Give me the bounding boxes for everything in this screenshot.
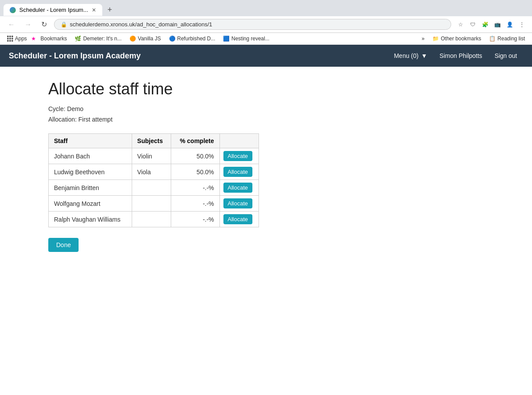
app-title: Scheduler - Lorem Ipsum Academy	[9, 51, 388, 61]
table-header-row: Staff Subjects % complete	[49, 134, 259, 148]
sign-out-button[interactable]: Sign out	[489, 49, 523, 63]
col-pct: % complete	[171, 134, 219, 148]
bookmarks-bar: Apps ★ Bookmarks 🌿 Demeter: It's n... 🟠 …	[0, 33, 532, 45]
menu-icon[interactable]: ⋮	[517, 20, 527, 29]
allocate-button[interactable]: Allocate	[223, 198, 252, 208]
table-row: Ralph Vaughan Williams-.-%Allocate	[49, 212, 259, 227]
apps-grid-icon	[7, 36, 13, 42]
staff-subjects: Viola	[132, 164, 171, 180]
bookmark-2-icon: 🌿	[75, 36, 81, 42]
col-subjects: Subjects	[132, 134, 171, 148]
menu-label: Menu (0)	[394, 52, 418, 59]
bookmark-2[interactable]: 🌿 Demeter: It's n...	[71, 35, 125, 43]
staff-pct: 50.0%	[171, 164, 219, 180]
bookmark-4-icon: 🔵	[169, 36, 176, 42]
bookmark-4-label: Refurbished D...	[177, 36, 216, 42]
bookmark-5-label: Nesting reveal...	[231, 36, 270, 42]
reading-list-label: Reading list	[497, 36, 525, 42]
allocation-value: First attempt	[78, 116, 112, 123]
staff-subjects: Violin	[132, 148, 171, 164]
bookmark-3-icon: 🟠	[129, 36, 136, 42]
tab-favicon	[10, 7, 16, 13]
extensions-icon[interactable]: 🧩	[480, 20, 490, 29]
app-nav: Scheduler - Lorem Ipsum Academy Menu (0)…	[0, 45, 532, 67]
staff-pct: -.-%	[171, 196, 219, 212]
tab-title: Scheduler - Lorem Ipsum...	[19, 7, 88, 13]
tab-close-icon[interactable]: ✕	[92, 7, 96, 13]
allocate-button[interactable]: Allocate	[223, 183, 252, 193]
allocate-button[interactable]: Allocate	[223, 151, 252, 161]
reading-list[interactable]: 📋 Reading list	[485, 35, 528, 43]
allocate-button[interactable]: Allocate	[223, 214, 252, 224]
active-tab[interactable]: Scheduler - Lorem Ipsum... ✕	[4, 4, 102, 16]
staff-action-cell: Allocate	[219, 164, 259, 180]
bookmark-3[interactable]: 🟠 Vanilla JS	[126, 35, 164, 43]
done-button[interactable]: Done	[48, 238, 79, 252]
staff-name: Wolfgang Mozart	[49, 196, 132, 212]
bookmark-2-label: Demeter: It's n...	[83, 36, 122, 42]
bookmarks-more[interactable]: »	[418, 35, 428, 43]
staff-subjects	[132, 196, 171, 212]
page-content: Allocate staff time Cycle: Demo Allocati…	[0, 67, 532, 339]
staff-name: Ludwig Beethoven	[49, 164, 132, 180]
staff-pct: 50.0%	[171, 148, 219, 164]
staff-action-cell: Allocate	[219, 212, 259, 227]
address-icons: ☆ 🛡 🧩 📺 👤 ⋮	[456, 20, 527, 29]
forward-button[interactable]: →	[22, 20, 34, 29]
staff-subjects	[132, 212, 171, 227]
staff-action-cell: Allocate	[219, 196, 259, 212]
allocate-button[interactable]: Allocate	[223, 167, 252, 177]
col-staff: Staff	[49, 134, 132, 148]
allocation-meta: Allocation: First attempt	[48, 116, 484, 123]
reading-list-icon: 📋	[489, 36, 496, 42]
address-bar: ← → ↻ 🔒 schedulerdemo.xronos.uk/ad_hoc_d…	[0, 16, 532, 33]
staff-name: Benjamin Britten	[49, 180, 132, 196]
staff-pct: -.-%	[171, 212, 219, 227]
menu-dropdown-icon: ▼	[421, 52, 427, 59]
page-title: Allocate staff time	[48, 80, 484, 98]
apps-bookmark[interactable]: Apps	[4, 35, 30, 43]
staff-action-cell: Allocate	[219, 180, 259, 196]
profile-icon[interactable]: 👤	[505, 20, 514, 29]
bookmark-1-label: Bookmarks	[40, 36, 67, 42]
tab-bar: Scheduler - Lorem Ipsum... ✕ +	[0, 0, 532, 16]
bookmark-1[interactable]: Bookmarks	[37, 35, 70, 43]
other-bookmarks[interactable]: 📁 Other bookmarks	[429, 35, 485, 43]
cycle-value: Demo	[67, 105, 83, 112]
table-row: Wolfgang Mozart-.-%Allocate	[49, 196, 259, 212]
staff-action-cell: Allocate	[219, 148, 259, 164]
menu-button[interactable]: Menu (0) ▼	[388, 49, 433, 63]
other-bookmarks-label: Other bookmarks	[441, 36, 481, 42]
user-name: Simon Philpotts	[433, 49, 488, 63]
staff-pct: -.-%	[171, 180, 219, 196]
bookmarks-more-label: »	[422, 36, 425, 42]
bookmark-4[interactable]: 🔵 Refurbished D...	[165, 35, 219, 43]
apps-label: Apps	[15, 36, 27, 42]
reload-button[interactable]: ↻	[39, 19, 50, 29]
table-row: Ludwig BeethovenViola50.0%Allocate	[49, 164, 259, 180]
bookmark-3-label: Vanilla JS	[138, 36, 161, 42]
col-action	[219, 134, 259, 148]
bookmarks-star-icon: ★	[31, 36, 36, 42]
bookmark-5-icon: 🟦	[223, 36, 230, 42]
lock-icon: 🔒	[61, 22, 67, 28]
staff-subjects	[132, 180, 171, 196]
staff-table: Staff Subjects % complete Johann BachVio…	[48, 133, 259, 227]
cast-icon[interactable]: 📺	[492, 20, 502, 29]
staff-name: Ralph Vaughan Williams	[49, 212, 132, 227]
table-row: Johann BachViolin50.0%Allocate	[49, 148, 259, 164]
star-icon[interactable]: ☆	[456, 20, 465, 29]
table-row: Benjamin Britten-.-%Allocate	[49, 180, 259, 196]
new-tab-button[interactable]: +	[104, 4, 116, 16]
cycle-meta: Cycle: Demo	[48, 105, 484, 112]
folder-icon: 📁	[432, 36, 439, 42]
url-bar[interactable]: 🔒 schedulerdemo.xronos.uk/ad_hoc_domain_…	[54, 19, 451, 30]
url-text: schedulerdemo.xronos.uk/ad_hoc_domain_al…	[70, 21, 212, 28]
allocation-label: Allocation:	[48, 116, 77, 123]
cycle-label: Cycle:	[48, 105, 65, 112]
bookmark-5[interactable]: 🟦 Nesting reveal...	[219, 35, 273, 43]
staff-name: Johann Bach	[49, 148, 132, 164]
extension-icon[interactable]: 🛡	[468, 20, 478, 29]
back-button[interactable]: ←	[5, 20, 18, 29]
